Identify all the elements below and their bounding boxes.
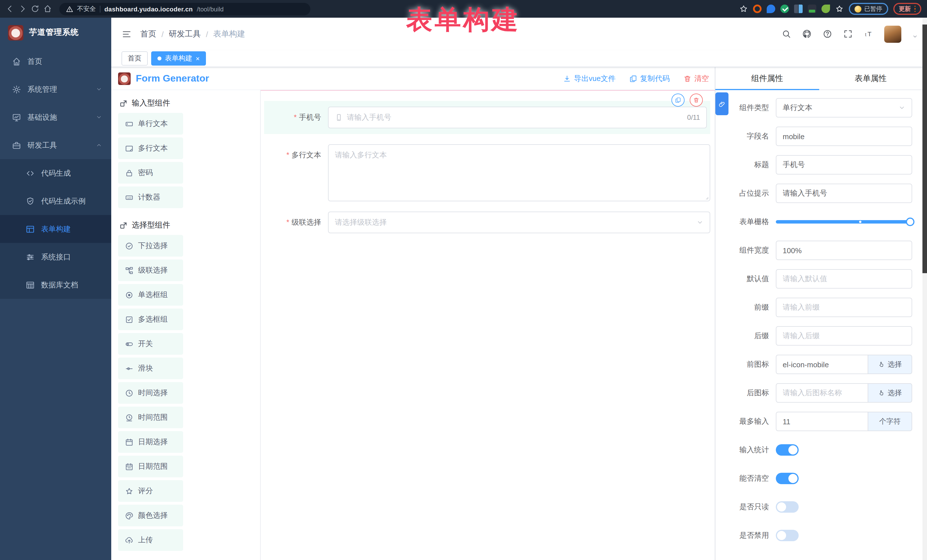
component-item[interactable]: 级联选择 — [118, 260, 183, 281]
field-input[interactable]: 请输入手机号0/11 — [328, 107, 707, 128]
component-item[interactable]: 多行文本 — [118, 137, 183, 159]
extension-icon[interactable] — [780, 5, 789, 13]
component-item[interactable]: 多选框组 — [118, 308, 183, 330]
bookmark-star-icon[interactable] — [739, 5, 748, 13]
prop-input[interactable]: 11 — [776, 412, 868, 431]
component-item[interactable]: 时间选择 — [118, 382, 183, 404]
component-item[interactable]: 颜色选择 — [118, 505, 183, 527]
extension-icon[interactable] — [821, 5, 830, 13]
sidebar-item-3[interactable]: 研发工具 — [0, 131, 111, 159]
component-item[interactable]: 123计数器 — [118, 187, 183, 208]
toolbar-download-button[interactable]: 导出vue文件 — [563, 73, 615, 83]
prop-input[interactable]: 请输入前缀 — [776, 298, 912, 317]
close-tab-icon[interactable]: × — [196, 55, 200, 62]
component-item[interactable]: 下拉选择 — [118, 235, 183, 256]
update-button[interactable]: 更新 — [893, 3, 921, 15]
extension-icon[interactable] — [835, 5, 844, 13]
extension-icon[interactable] — [794, 5, 802, 13]
component-item[interactable]: 日期范围 — [118, 456, 183, 477]
prop-row: 是否禁用 — [715, 526, 912, 545]
search-icon[interactable] — [781, 29, 791, 39]
duplicate-field-button[interactable] — [672, 94, 685, 107]
sidebar-item-4[interactable]: 代码生成 — [0, 159, 111, 187]
component-item[interactable]: 时间范围 — [118, 407, 183, 428]
browser-home-icon[interactable] — [43, 5, 52, 13]
prop-select[interactable]: 单行文本 — [776, 98, 912, 117]
prop-row: 能否清空 — [715, 469, 912, 488]
breadcrumb-item[interactable]: 首页 — [140, 29, 156, 39]
chevron-down-icon[interactable] — [912, 31, 918, 37]
sidebar-item-8[interactable]: 数据库文档 — [0, 271, 111, 299]
component-item[interactable]: 开关 — [118, 333, 183, 355]
prop-switch[interactable] — [776, 501, 799, 513]
selected-field-row[interactable]: 手机号请输入手机号0/11 — [264, 101, 710, 134]
sliders-icon — [26, 252, 35, 261]
component-item[interactable]: 滑块 — [118, 358, 183, 379]
prop-input[interactable]: 请输入手机号 — [776, 184, 912, 203]
extension-icon[interactable] — [767, 5, 775, 13]
canvas-field-row[interactable]: 级联选择请选择级联选择 — [264, 212, 710, 233]
prop-switch[interactable] — [776, 473, 799, 484]
component-item[interactable]: 单行文本 — [118, 113, 183, 135]
page-scrollbar[interactable] — [922, 18, 927, 560]
sidebar-item-0[interactable]: 首页 — [0, 47, 111, 75]
prop-input[interactable]: 100% — [776, 241, 912, 260]
browser-back-icon[interactable] — [6, 5, 14, 13]
component-item[interactable]: 密码 — [118, 162, 183, 184]
canvas-field-row[interactable]: 多行文本请输入多行文本 — [264, 144, 710, 201]
address-bar[interactable]: 不安全 dashboard.yudao.iocoder.cn/tool/buil… — [59, 3, 310, 15]
form-grid-slider[interactable] — [776, 220, 910, 223]
browser-reload-icon[interactable] — [31, 5, 40, 13]
props-tab-1[interactable]: 表单属性 — [819, 67, 922, 90]
append-button[interactable]: 个字符 — [868, 412, 912, 431]
extension-icon[interactable] — [753, 5, 761, 13]
daterange-icon — [125, 462, 134, 471]
hamburger-icon[interactable] — [122, 29, 132, 39]
github-icon[interactable] — [802, 29, 812, 39]
copy-icon — [675, 97, 681, 103]
sidebar-logo-row[interactable]: 芋道管理系统 — [0, 18, 111, 47]
font-size-icon[interactable]: tT — [864, 29, 873, 39]
sidebar-item-1[interactable]: 系统管理 — [0, 75, 111, 103]
sidebar-item-6[interactable]: 表单构建 — [0, 215, 111, 243]
component-item[interactable]: 单选框组 — [118, 284, 183, 306]
append-button[interactable]: 选择 — [868, 355, 912, 374]
component-item[interactable]: 上传 — [118, 529, 183, 551]
toolbar-copy-button[interactable]: 复制代码 — [629, 73, 670, 83]
prop-input[interactable]: 请输入后图标名称 — [776, 383, 868, 403]
prop-input[interactable]: el-icon-mobile — [776, 355, 868, 374]
tag-tab-0[interactable]: 首页 — [122, 51, 148, 65]
prop-input-group: 11个字符 — [776, 412, 912, 431]
field-select[interactable]: 请选择级联选择 — [328, 212, 710, 233]
component-item[interactable]: 评分 — [118, 480, 183, 502]
fullscreen-icon[interactable] — [843, 29, 853, 39]
checkbox-icon — [125, 315, 134, 323]
prop-input[interactable]: 请输入默认值 — [776, 269, 912, 288]
breadcrumb-item[interactable]: 研发工具 — [169, 29, 201, 39]
tag-tab-1[interactable]: 表单构建× — [151, 51, 206, 65]
sidebar-item-5[interactable]: 代码生成示例 — [0, 187, 111, 215]
prop-switch[interactable] — [776, 530, 799, 541]
canvas-field-row[interactable]: 手机号请输入手机号0/11 — [264, 107, 707, 128]
sidebar-item-2[interactable]: 基础设施 — [0, 103, 111, 131]
collapse-handle[interactable] — [715, 93, 728, 115]
props-tab-0[interactable]: 组件属性 — [715, 67, 819, 90]
delete-field-button[interactable] — [690, 94, 703, 107]
component-item[interactable]: 日期选择 — [118, 431, 183, 453]
toolbar-trash-button[interactable]: 清空 — [684, 73, 709, 83]
append-button[interactable]: 选择 — [868, 383, 912, 403]
field-textarea[interactable]: 请输入多行文本 — [328, 144, 710, 201]
resize-grip-icon[interactable] — [702, 193, 709, 200]
slider-handle[interactable] — [906, 217, 915, 226]
prop-switch[interactable] — [776, 444, 799, 456]
help-icon[interactable] — [823, 29, 832, 39]
prop-input[interactable]: mobile — [776, 127, 912, 146]
extension-icon[interactable] — [808, 5, 816, 13]
prop-input[interactable]: 请输入后缀 — [776, 326, 912, 346]
prop-input[interactable]: 手机号 — [776, 155, 912, 175]
scrollbar-thumb[interactable] — [922, 24, 927, 273]
sidebar-item-7[interactable]: 系统接口 — [0, 243, 111, 271]
user-avatar[interactable] — [884, 25, 901, 42]
browser-forward-icon[interactable] — [18, 5, 27, 13]
paused-badge[interactable]: 已暂停 — [849, 3, 888, 15]
